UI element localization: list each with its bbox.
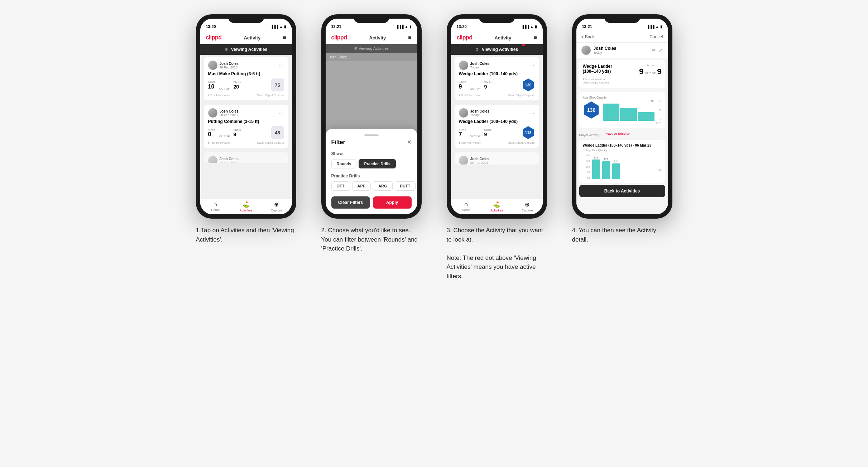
rounds-pill-2[interactable]: Rounds (331, 159, 357, 168)
activity-card-3-3: Josh Coles 28 Feb 2023 (455, 152, 539, 165)
practice-drills-pill-2[interactable]: Practice Drills (359, 159, 395, 168)
activity-card-1-2[interactable]: Josh Coles 28 Feb 2023 ··· Putting Combi… (204, 105, 288, 148)
activity-card-3-1[interactable]: Josh Coles Today ··· Wedge Ladder (100–1… (455, 57, 539, 100)
viewing-header-3[interactable]: ⚙ Viewing Activities (451, 44, 543, 55)
status-time-1: 13:20 (206, 24, 216, 29)
detail-title-block-4: Wedge Ladder(100–140 yds) (583, 64, 612, 76)
filter-close-2[interactable]: ✕ (407, 139, 412, 146)
card-footer-1-1: ℹ Test Information Data: Clippd Capture (208, 94, 284, 97)
phone-notch-4 (604, 14, 640, 23)
chart-y-labels-4: 140 120 100 80 60 (583, 154, 590, 179)
detail-user-date-4: Today (594, 51, 649, 54)
score-val-4: 9 (639, 67, 643, 76)
viewing-header-1[interactable]: ⚙ Viewing Activities (200, 44, 292, 55)
menu-icon-2[interactable]: ≡ (408, 34, 411, 41)
practice-drills-label-2: Practice Drills (331, 173, 412, 178)
logo-2: clippd (331, 34, 347, 41)
cancel-button-4[interactable]: Cancel (649, 34, 663, 39)
user-name-3-2: Josh Coles (470, 109, 489, 113)
card-user-3-3: Josh Coles 28 Feb 2023 (459, 156, 489, 165)
detail-footer-4: ℹ Test Information Data: Clippd Capture (583, 78, 662, 84)
activity-card-1-1[interactable]: Josh Coles 28 Feb 2023 ··· Must Make Put… (204, 57, 288, 100)
score-block-3-1: Score 9 (459, 80, 466, 90)
out-of-1-1: OUT OF (219, 87, 230, 91)
status-icons-4: ▐▐▐ ▲ ▮ (647, 25, 662, 29)
arg-pill-2[interactable]: ARG (373, 181, 392, 191)
shots-label-3-2: Shots (484, 128, 491, 132)
back-to-activities-button-4[interactable]: Back to Activities (579, 185, 665, 197)
avatar-4 (581, 46, 591, 55)
chart-y-axis-4: 100 50 0 (657, 99, 662, 121)
expand-icon-4[interactable]: ⤢ (659, 47, 663, 53)
shots-value-1-1: 20 (233, 84, 240, 90)
app-content-1: ⚙ Viewing Activities Josh Coles 28 Feb 2… (200, 44, 292, 199)
phone-inner-1: 13:20 ▐▐▐ ▲ ▮ clippd Activity ≡ (200, 19, 292, 214)
phone-inner-4: 13:21 ▐▐▐ ▲ ▮ < Back Cancel Josh C (576, 19, 668, 214)
app-pill-2[interactable]: APP (352, 181, 371, 191)
phone-2: 13:21 ▐▐▐ ▲ ▮ clippd Activity ≡ ⚙ Viewin… (321, 14, 422, 219)
bar-4-1 (592, 159, 600, 179)
player-activity-row-4: Player Activity › Practice Session (576, 130, 668, 140)
card-dots-1-1[interactable]: ··· (279, 62, 284, 68)
chart-with-axis-4: 140 120 100 80 60 132 (583, 154, 662, 179)
capture-icon-3: ⊕ (525, 201, 529, 208)
bar-val-4-3: 124 (614, 160, 618, 163)
back-button-4[interactable]: < Back (581, 34, 595, 39)
test-info-1-1: ℹ Test Information (208, 94, 231, 97)
menu-icon-1[interactable]: ≡ (283, 34, 286, 41)
nav-capture-1[interactable]: ⊕ Capture (261, 201, 292, 212)
score-label-3-1: Score (459, 80, 466, 84)
card-dots-1-2[interactable]: ··· (279, 110, 284, 116)
status-icons-2: ▐▐▐ ▲ ▮ (396, 25, 411, 29)
menu-icon-3[interactable]: ≡ (533, 34, 537, 41)
filter-pills-drills-2: OTT APP ARG PUTT (331, 181, 412, 191)
ott-pill-2[interactable]: OTT (331, 181, 350, 191)
battery-icon: ▮ (284, 25, 286, 29)
edit-icon-4[interactable]: ✏ (652, 47, 656, 53)
data-source-3-2: Data: Clippd Capture (508, 141, 535, 144)
detail-content-4: Wedge Ladder(100–140 yds) Score 9 OUT OF… (576, 58, 668, 214)
dashed-line-chart-4 (592, 172, 662, 172)
nav-activities-1[interactable]: ⛳ Activities (231, 201, 261, 212)
user-info-1-3: Josh Coles 28 Feb 2023 (220, 157, 239, 163)
logo-1: clippd (206, 34, 222, 41)
sq-hex-3-1: 130 (522, 78, 535, 91)
nav-home-3[interactable]: ⌂ Home (451, 201, 481, 212)
activities-icon-3: ⛳ (493, 201, 500, 208)
avatar-1-2 (208, 108, 217, 118)
card-header-3-3: Josh Coles 28 Feb 2023 (459, 156, 535, 165)
detail-icons-4: ✏ ⤢ (652, 47, 663, 53)
clear-filters-button-2[interactable]: Clear Filters (331, 196, 370, 209)
dashed-val-4: 124 (657, 169, 662, 171)
card-dots-3-1[interactable]: ··· (529, 62, 535, 68)
nav-home-1[interactable]: ⌂ Home (200, 201, 231, 212)
blurred-viewing-2: ⚙ Viewing Activities (329, 46, 414, 51)
putt-pill-2[interactable]: PUTT (395, 181, 416, 191)
user-date-3-1: Today (470, 66, 489, 69)
nav-bar-2: clippd Activity ≡ (326, 32, 417, 44)
user-info-3-1: Josh Coles Today (470, 62, 489, 69)
status-icons-3: ▐▐▐ ▲ ▮ (521, 25, 537, 29)
score-block-1-2: Score 0 (208, 128, 216, 138)
step-1-column: 13:20 ▐▐▐ ▲ ▮ clippd Activity ≡ (189, 14, 303, 281)
nav-title-2: Activity (369, 35, 386, 40)
signal-icon-2: ▐▐▐ (396, 25, 403, 29)
out-of-4: OUT OF (645, 72, 656, 75)
card-header-1-1: Josh Coles 28 Feb 2023 ··· (208, 61, 284, 70)
score-value-1-1: 10 (208, 84, 216, 90)
detail-score-labels-4: Score 9 OUT OF 9 (639, 64, 662, 76)
apply-button-2[interactable]: Apply (373, 196, 412, 209)
blurred-name-2: Josh Coles (329, 55, 414, 59)
nav-capture-3[interactable]: ⊕ Capture (512, 201, 542, 212)
detail-user-header-4: Josh Coles Today ✏ ⤢ (576, 43, 668, 58)
caption-3: 3. Choose the Activity that you want to … (447, 226, 547, 281)
wifi-icon-4: ▲ (656, 25, 659, 29)
nav-activities-3[interactable]: ⛳ Activities (481, 201, 512, 212)
score-label-3-2: Score (459, 128, 466, 131)
data-source-1-2: Data: Clippd Capture (257, 141, 284, 144)
activity-card-3-2[interactable]: Josh Coles Today ··· Wedge Ladder (100–1… (455, 105, 539, 148)
card-dots-3-2[interactable]: ··· (529, 110, 535, 116)
activities-label-3: Activities (490, 209, 503, 212)
score-value-3-2: 7 (459, 131, 466, 138)
card-user-1-2: Josh Coles 28 Feb 2023 (208, 108, 239, 118)
